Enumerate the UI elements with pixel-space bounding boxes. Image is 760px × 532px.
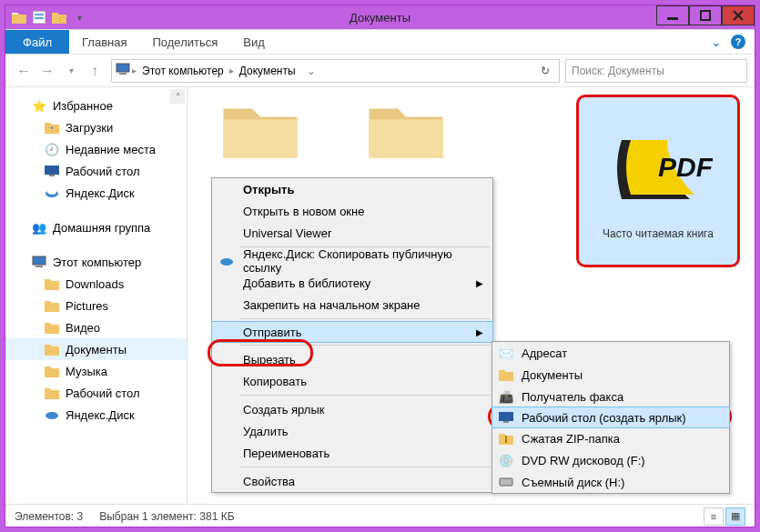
ctx-properties[interactable]: Свойства: [212, 470, 492, 492]
file-tab[interactable]: Файл: [5, 30, 69, 54]
ctx-cut[interactable]: Вырезать: [212, 348, 492, 370]
folder-icon: [497, 366, 515, 384]
folder-item[interactable]: [342, 96, 470, 160]
ctx-copy[interactable]: Копировать: [212, 370, 492, 392]
context-menu: Открыть Открыть в новом окне Universal V…: [211, 177, 493, 493]
folder-icon: [44, 319, 60, 336]
pc-icon: [116, 63, 130, 78]
folder-icon: [44, 276, 60, 292]
sendto-removable[interactable]: Съемный диск (H:): [492, 471, 729, 493]
zip-icon: [497, 429, 515, 447]
sidebar-item-yadisk[interactable]: Яндекс.Диск: [5, 182, 187, 204]
sendto-desktop-shortcut[interactable]: Рабочий стол (создать ярлык): [491, 407, 730, 428]
search-input[interactable]: Поиск: Документы: [565, 59, 747, 83]
ctx-rename[interactable]: Переименовать: [212, 442, 492, 464]
sendto-dvd[interactable]: 💿DVD RW дисковод (F:): [492, 449, 729, 471]
chevron-right-icon[interactable]: ▸: [229, 65, 234, 75]
sendto-addressee[interactable]: ✉️Адресат: [492, 342, 729, 364]
sidebar-item-video[interactable]: Видео: [5, 316, 187, 338]
tab-share[interactable]: Поделиться: [139, 30, 230, 54]
minimize-button[interactable]: [656, 5, 689, 25]
view-icons-button[interactable]: ▦: [725, 507, 745, 526]
ctx-open-new[interactable]: Открыть в новом окне: [212, 200, 492, 222]
search-placeholder: Поиск: Документы: [572, 65, 664, 77]
breadcrumb-segment[interactable]: Документы: [236, 65, 299, 77]
sidebar-item-music[interactable]: Музыка: [5, 360, 187, 382]
svg-point-11: [47, 189, 56, 195]
yadisk-icon: [218, 252, 236, 270]
refresh-icon[interactable]: ↻: [535, 65, 555, 77]
recent-icon: 🕘: [44, 141, 60, 157]
props-icon[interactable]: [31, 9, 47, 25]
ctx-pin-start[interactable]: Закрепить на начальном экране: [212, 294, 492, 316]
chevron-right-icon[interactable]: ▸: [132, 65, 137, 75]
back-button[interactable]: ←: [13, 60, 35, 82]
desktop-icon: [497, 408, 515, 427]
sidebar-item-downloads[interactable]: Downloads: [5, 273, 187, 295]
view-details-button[interactable]: ≡: [704, 507, 724, 526]
pdf-icon: PDF: [603, 122, 713, 213]
svg-rect-4: [667, 17, 678, 20]
address-bar[interactable]: ▸ Этот компьютер ▸ Документы ⌄ ↻: [111, 59, 560, 83]
folder-icon: [44, 297, 60, 314]
history-dropdown[interactable]: ▾: [60, 60, 82, 82]
ctx-uviewer[interactable]: Universal Viewer: [212, 222, 492, 244]
svg-rect-7: [119, 73, 127, 75]
up-button[interactable]: ↑: [84, 60, 106, 82]
sidebar-item-desktop[interactable]: Рабочий стол: [5, 382, 187, 404]
titlebar: ▾ Документы: [5, 5, 755, 29]
status-selection: Выбран 1 элемент: 381 КБ: [99, 510, 234, 523]
explorer-window: ▾ Документы Файл Главная Поделиться Вид …: [5, 5, 755, 527]
tab-view[interactable]: Вид: [230, 30, 278, 54]
new-folder-icon[interactable]: [51, 9, 67, 25]
folder-icon: [44, 363, 60, 379]
svg-rect-18: [503, 421, 509, 423]
ctx-shortcut[interactable]: Создать ярлык: [212, 398, 492, 420]
ctx-yadisk-copy[interactable]: Яндекс.Диск: Скопировать публичную ссылк…: [212, 250, 492, 272]
tab-home[interactable]: Главная: [69, 30, 139, 54]
sidebar-favorites[interactable]: ⭐ Избранное: [5, 95, 187, 116]
dvd-icon: 💿: [497, 451, 515, 469]
file-label: Часто читаемая книга: [603, 227, 714, 240]
nav-pane: ˄ ⭐ Избранное Загрузки 🕘Недавние места Р…: [5, 87, 187, 504]
sidebar-item-recent[interactable]: 🕘Недавние места: [5, 138, 187, 160]
sidebar-item-desktop[interactable]: Рабочий стол: [5, 160, 187, 182]
navigation-bar: ← → ▾ ↑ ▸ Этот компьютер ▸ Документы ⌄ ↻…: [5, 55, 755, 87]
desktop-icon: [44, 163, 60, 179]
sidebar-item-documents[interactable]: Документы: [5, 338, 187, 360]
svg-rect-12: [33, 256, 46, 265]
scroll-up-icon[interactable]: ˄: [170, 89, 185, 104]
sidebar-item-downloads[interactable]: Загрузки: [5, 116, 187, 138]
ribbon: Файл Главная Поделиться Вид ⌄ ?: [5, 29, 755, 55]
sendto-documents[interactable]: Документы: [492, 364, 729, 386]
sendto-fax[interactable]: 📠Получатель факса: [492, 386, 729, 407]
sidebar-homegroup[interactable]: 👥Домашняя группа: [5, 216, 187, 238]
star-icon: ⭐: [31, 97, 47, 114]
sidebar-item-pictures[interactable]: Pictures: [5, 295, 187, 316]
addr-dropdown-icon[interactable]: ⌄: [301, 65, 321, 77]
close-button[interactable]: [722, 5, 755, 25]
svg-point-16: [220, 258, 233, 266]
ctx-delete[interactable]: Удалить: [212, 420, 492, 442]
sendto-zip[interactable]: Сжатая ZIP-папка: [492, 427, 729, 449]
ctx-open[interactable]: Открыть: [212, 178, 492, 200]
help-icon[interactable]: ?: [731, 35, 745, 49]
svg-rect-13: [35, 266, 43, 267]
sidebar-item-yadisk[interactable]: Яндекс.Диск: [5, 404, 187, 426]
svg-rect-1: [35, 14, 44, 15]
breadcrumb-segment[interactable]: Этот компьютер: [138, 65, 228, 77]
ctx-add-library[interactable]: Добавить в библиотеку▶: [212, 272, 492, 294]
svg-rect-8: [45, 166, 59, 175]
forward-button[interactable]: →: [36, 60, 58, 82]
maximize-button[interactable]: [689, 5, 722, 25]
svg-text:PDF: PDF: [658, 152, 713, 182]
ctx-send-to[interactable]: Отправить▶: [211, 321, 493, 343]
chevron-down-icon[interactable]: ▾: [71, 9, 87, 25]
window-controls: [656, 5, 755, 29]
chevron-down-icon[interactable]: ⌄: [707, 33, 725, 51]
sidebar-thispc[interactable]: Этот компьютер: [5, 251, 187, 273]
svg-point-14: [46, 412, 58, 419]
downloads-icon: [44, 119, 60, 136]
file-item-pdf[interactable]: PDF Часто читаемая книга: [576, 95, 740, 267]
folder-item[interactable]: [197, 96, 324, 160]
